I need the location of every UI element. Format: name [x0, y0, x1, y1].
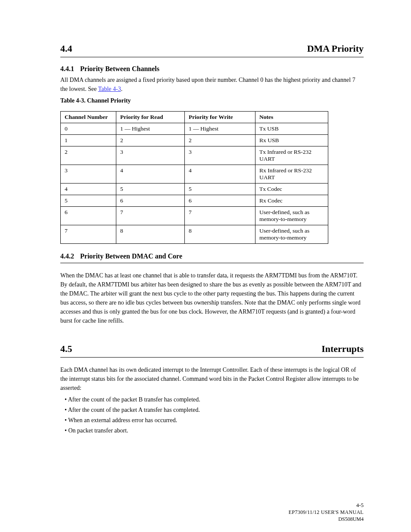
cell-channel: 4	[61, 184, 116, 195]
cell-notes: Rx Codec	[255, 195, 328, 207]
section-4-5-paragraph: Each DMA channel has its own dedicated i…	[60, 365, 364, 392]
interrupt-list-item: After the count of the packet A transfer…	[71, 405, 364, 414]
cell-write: 6	[185, 195, 255, 207]
cell-notes: User-defined, such as memory-to-memory	[255, 207, 328, 225]
cell-write: 4	[185, 165, 255, 184]
subsection-4-4-1-number: 4.4.1	[60, 65, 74, 72]
cell-channel: 6	[61, 207, 116, 225]
interrupt-list-item: On packet transfer abort.	[71, 426, 364, 435]
table-row: 3 4 4 Rx Infrared or RS-232 UART	[61, 165, 328, 184]
section-4-5-header: 4.5 Interrupts	[60, 343, 364, 355]
table-row: 7 8 8 User-defined, such as memory-to-me…	[61, 225, 328, 244]
subsection-4-4-2-number: 4.4.2	[60, 252, 74, 260]
footer-doc-id: EP7309/11/12 USER'S MANUAL	[289, 509, 364, 516]
subsection-4-4-1-title: Priority Between Channels	[80, 65, 159, 72]
footer-publication: DS508UM4	[338, 516, 364, 523]
table-row: 1 2 2 Rx USB	[61, 135, 328, 146]
subsection-4-4-1-paragraph: All DMA channels are assigned a fixed pr…	[60, 75, 364, 93]
subsection-4-4-2-paragraph: When the DMAC has at least one channel t…	[60, 271, 364, 325]
interrupt-list-item: After the count of the packet B transfer…	[71, 395, 364, 404]
cell-notes: Rx USB	[255, 135, 328, 146]
section-4-4-rule	[60, 57, 364, 57]
cell-write: 8	[185, 225, 255, 244]
footer-page-number: 4-5	[356, 502, 364, 509]
cell-read: 2	[116, 135, 185, 146]
cell-notes: Tx Infrared or RS-232 UART	[255, 146, 328, 165]
subsection-4-4-2-rule	[60, 263, 364, 263]
cell-write: 7	[185, 207, 255, 225]
cell-channel: 0	[61, 123, 116, 135]
table-row: 0 1 — Highest 1 — Highest Tx USB	[61, 123, 328, 135]
table-row: 4 5 5 Tx Codec	[61, 184, 328, 195]
cell-channel: 1	[61, 135, 116, 146]
section-4-5-rule	[60, 357, 364, 358]
subsection-4-4-1-header: 4.4.1 Priority Between Channels	[60, 65, 364, 73]
cell-channel: 3	[61, 165, 116, 184]
section-4-4-number: 4.4	[60, 43, 72, 54]
section-4-4-title: DMA Priority	[307, 43, 364, 54]
cell-write: 5	[185, 184, 255, 195]
cell-read: 6	[116, 195, 185, 207]
cell-write: 1 — Highest	[185, 123, 255, 135]
cell-write: 2	[185, 135, 255, 146]
cell-notes: Tx USB	[255, 123, 328, 135]
table-4-3-crossref[interactable]: Table 4-3	[98, 86, 121, 92]
cell-write: 3	[185, 146, 255, 165]
cell-read: 1 — Highest	[116, 123, 185, 135]
cell-channel: 2	[61, 146, 116, 165]
cell-notes: Rx Infrared or RS-232 UART	[255, 165, 328, 184]
section-4-5-number: 4.5	[60, 343, 72, 355]
cell-notes: Tx Codec	[255, 184, 328, 195]
interrupt-list-item: When an external address error has occur…	[71, 416, 364, 425]
table-row: 5 6 6 Rx Codec	[61, 195, 328, 207]
cell-read: 7	[116, 207, 185, 225]
subsection-4-4-2-title: Priority Between DMAC and Core	[80, 252, 182, 260]
cell-read: 3	[116, 146, 185, 165]
cell-notes: User-defined, such as memory-to-memory	[255, 225, 328, 244]
cell-channel: 7	[61, 225, 116, 244]
table-4-3-caption: Table 4-3. Channel Priority	[60, 96, 364, 105]
section-4-5-title: Interrupts	[321, 343, 364, 355]
table-header-notes: Notes	[255, 112, 328, 123]
table-header-write: Priority for Write	[185, 112, 255, 123]
table-row: 6 7 7 User-defined, such as memory-to-me…	[61, 207, 328, 225]
table-header-channel: Channel Number	[61, 112, 116, 123]
cell-read: 4	[116, 165, 185, 184]
cell-read: 8	[116, 225, 185, 244]
cell-channel: 5	[61, 195, 116, 207]
para-4-4-1-text-after: .	[121, 86, 123, 92]
subsection-4-4-2-header: 4.4.2 Priority Between DMAC and Core	[60, 252, 364, 260]
section-4-4-header: 4.4 DMA Priority	[60, 43, 364, 54]
cell-read: 5	[116, 184, 185, 195]
table-header-read: Priority for Read	[116, 112, 185, 123]
table-row: 2 3 3 Tx Infrared or RS-232 UART	[61, 146, 328, 165]
table-header-row: Channel Number Priority for Read Priorit…	[61, 112, 328, 123]
table-4-3: Channel Number Priority for Read Priorit…	[60, 111, 328, 244]
